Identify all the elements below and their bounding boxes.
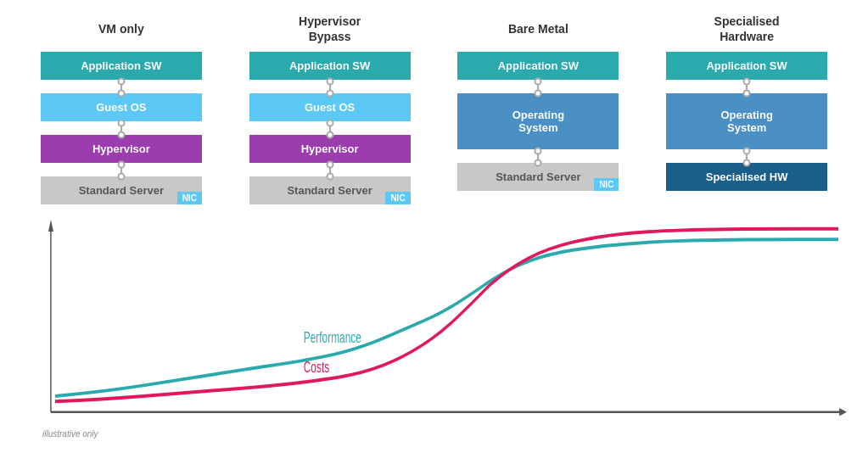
layer-hypervisor-hv: Hypervisor (249, 135, 411, 163)
svg-text:Performance: Performance (304, 329, 361, 346)
stack-hypervisor-bypass: Application SW Guest OS Hypervisor Stand… (249, 52, 411, 206)
layer-server-hv: Standard Server NIC (249, 176, 411, 204)
col-title-hypervisor: HypervisorBypass (299, 13, 361, 45)
connector-sh-1 (666, 81, 827, 93)
chart-svg: Performance Costs (42, 213, 851, 439)
svg-marker-2 (48, 220, 53, 232)
connector-hv-3 (249, 165, 411, 176)
layer-specialised-hw: Specialised HW (666, 163, 827, 191)
connector-sh-2 (666, 151, 827, 163)
layer-app-sw-hv: Application SW (249, 52, 411, 80)
nic-badge-hv: NIC (385, 192, 410, 204)
layer-app-sw-sh: Application SW (666, 52, 827, 80)
column-bare-metal: Bare Metal Application SW OperatingSyste… (445, 13, 631, 193)
chart-area: Performance Costs illustrative only (42, 213, 851, 439)
layer-guest-os-vm: Guest OS (41, 93, 202, 121)
connector-bm-1 (457, 81, 619, 93)
layer-app-sw-vm: Application SW (41, 52, 202, 80)
layer-os-bm: OperatingSystem (457, 93, 619, 149)
layer-guest-os-hv: Guest OS (249, 93, 411, 121)
svg-text:Costs: Costs (304, 358, 330, 375)
column-vm-only: VM only Application SW Guest OS Hypervis… (28, 13, 215, 206)
column-specialised-hw: SpecialisedHardware Application SW Opera… (653, 13, 840, 193)
svg-marker-3 (839, 408, 847, 416)
stack-bare-metal: Application SW OperatingSystem Standard … (457, 52, 619, 193)
column-hypervisor-bypass: HypervisorBypass Application SW Guest OS… (237, 13, 423, 206)
connector-bm-2 (457, 151, 619, 163)
col-title-specialised: SpecialisedHardware (714, 13, 780, 45)
connector-2 (41, 123, 202, 135)
connector-3 (41, 165, 202, 176)
connector-1 (41, 81, 202, 93)
illustrative-label: illustrative only (42, 429, 98, 439)
layer-os-sh: OperatingSystem (666, 93, 827, 149)
layer-server-bm: Standard Server NIC (457, 163, 619, 191)
stack-specialised: Application SW OperatingSystem Specialis… (666, 52, 827, 193)
layer-server-vm: Standard Server NIC (41, 176, 202, 204)
diagram-section: VM only Application SW Guest OS Hypervis… (17, 8, 851, 206)
col-title-vm-only: VM only (98, 13, 144, 45)
main-container: VM only Application SW Guest OS Hypervis… (0, 0, 868, 464)
chart-section: Performance Costs illustrative only (17, 213, 851, 456)
layer-hypervisor-vm: Hypervisor (41, 135, 202, 163)
layer-app-sw-bm: Application SW (457, 52, 619, 80)
connector-hv-2 (249, 123, 411, 135)
nic-badge-vm: NIC (177, 192, 202, 204)
stack-vm-only: Application SW Guest OS Hypervisor Stand… (41, 52, 202, 206)
col-title-bare-metal: Bare Metal (508, 13, 568, 45)
nic-badge-bm: NIC (594, 178, 619, 191)
connector-hv-1 (249, 81, 411, 93)
